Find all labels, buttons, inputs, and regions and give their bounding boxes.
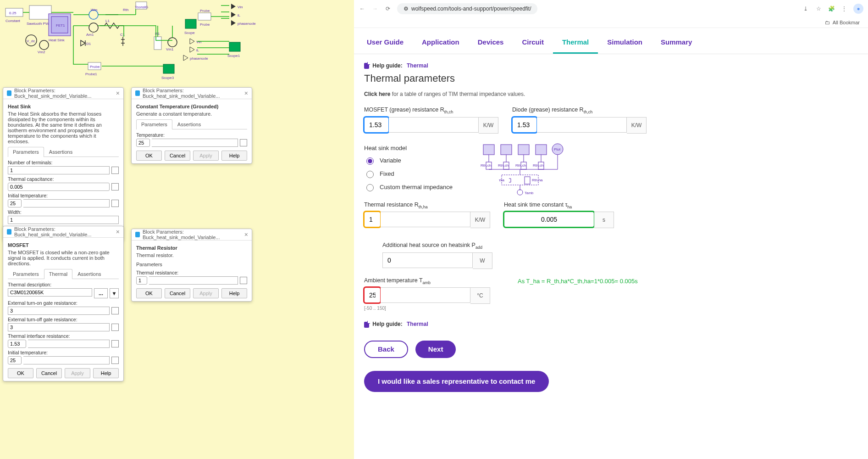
address-bar[interactable]: ⚙ wolfspeed.com/tools-and-support/power/… [397,3,537,14]
chevron-down-icon[interactable]: ▾ [110,288,119,298]
checkbox[interactable] [111,183,119,190]
input-init-temp-rest[interactable] [23,199,110,207]
checkbox[interactable] [111,167,119,174]
site-settings-icon[interactable]: ⚙ [404,6,409,12]
tab-simulation[interactable]: Simulation [598,32,652,54]
checkbox[interactable] [111,340,119,347]
cancel-button[interactable]: Cancel [165,151,190,161]
close-icon[interactable]: × [244,90,248,97]
ok-button[interactable]: OK [136,288,162,298]
tab-user-guide[interactable]: User Guide [358,32,413,54]
input-diode-rthch-rest[interactable] [537,117,627,133]
nav-buttons: Back Next [364,341,713,358]
checkbox[interactable] [111,200,119,207]
menu-icon[interactable]: ⋮ [840,5,848,12]
help-button[interactable]: Help [221,151,247,161]
click-here-link[interactable]: Click here [364,91,390,97]
tab-devices[interactable]: Devices [469,32,513,54]
extensions-icon[interactable]: 🧩 [828,5,835,12]
contact-sales-button[interactable]: I would like a sales representative to c… [364,371,549,392]
input-temperature-rest[interactable] [152,139,238,147]
checkbox[interactable] [111,357,119,364]
tab-parameters[interactable]: Parameters [136,119,172,129]
checkbox[interactable] [240,277,247,284]
help-button[interactable]: Help [221,288,247,298]
tab-summary[interactable]: Summary [652,32,701,54]
browse-button[interactable]: ... [94,288,108,298]
star-icon[interactable]: ☆ [815,5,822,12]
apply-button[interactable]: Apply [193,151,219,161]
label-therm-cap: Thermal capacitance: [8,176,119,182]
ok-button[interactable]: OK [8,368,33,378]
input-init-temp-rest[interactable] [23,356,110,364]
back-icon[interactable]: ← [359,5,366,12]
input-tamb-rest[interactable] [381,287,470,303]
install-icon[interactable]: ⤓ [802,5,809,12]
profile-icon[interactable]: ● [853,4,863,14]
input-num-terminals[interactable] [8,166,110,174]
input-therm-res-rest[interactable] [149,276,238,285]
input-temperature[interactable] [136,139,150,147]
input-tau[interactable] [504,212,594,227]
help-guide-link[interactable]: Thermal [407,321,428,327]
svg-rect-38 [229,42,240,51]
input-width[interactable] [8,216,119,224]
label-tamb: Ambient temperature Tamb [364,277,490,285]
radio-fixed[interactable]: Fixed [364,169,465,178]
input-rthha-rest[interactable] [381,212,470,227]
forward-icon[interactable]: → [371,5,379,12]
block-name: Heat Sink [8,104,119,109]
doc-icon [364,63,369,69]
tab-assertions[interactable]: Assertions [172,119,206,129]
app-icon [135,232,140,237]
close-icon[interactable]: × [116,228,120,235]
cancel-button[interactable]: Cancel [165,288,190,298]
svg-rect-31 [185,19,196,28]
all-bookmarks[interactable]: All Bookmar [833,20,860,25]
help-button[interactable]: Help [93,368,119,378]
tab-thermal[interactable]: Thermal [44,269,72,279]
input-therm-desc[interactable] [8,288,92,297]
input-tamb[interactable] [364,287,381,303]
input-therm-res[interactable] [136,276,147,285]
input-ext-off[interactable] [8,323,110,331]
dialog-therm-res: Block Parameters: Buck_heat_sink_model_V… [131,229,252,302]
input-ext-on[interactable] [8,307,110,315]
svg-text:Rth,ch: Rth,ch [515,163,526,168]
input-init-temp[interactable] [8,199,22,207]
apply-button[interactable]: Apply [193,288,219,298]
input-tir[interactable] [8,340,26,348]
block-name: MOSFET [8,242,119,248]
input-tir-rest[interactable] [28,340,110,348]
input-diode-rthch[interactable] [512,117,537,133]
ok-button[interactable]: OK [136,151,162,161]
next-button[interactable]: Next [415,341,456,358]
checkbox[interactable] [240,139,247,146]
input-mosfet-rthch-rest[interactable] [389,117,479,133]
back-button[interactable]: Back [364,341,408,358]
help-guide-link[interactable]: Thermal [407,62,428,69]
apply-button[interactable]: Apply [65,368,90,378]
input-padd[interactable] [382,252,473,268]
radio-custom[interactable]: Custom thermal impedance [364,183,465,191]
tab-parameters[interactable]: Parameters [8,269,44,279]
close-icon[interactable]: × [116,90,120,97]
field-tau: Heat sink time constant τha s [504,202,614,229]
tab-parameters[interactable]: Parameters [8,147,44,157]
input-init-temp[interactable] [8,356,22,364]
input-rthha[interactable] [364,212,381,227]
checkbox[interactable] [111,307,119,314]
tab-assertions[interactable]: Assertions [44,147,77,157]
input-mosfet-rthch[interactable] [364,117,389,133]
checkbox[interactable] [111,324,119,331]
input-therm-cap[interactable] [8,183,110,191]
radio-variable[interactable]: Variable [364,156,465,165]
cancel-button[interactable]: Cancel [36,368,62,378]
folder-icon[interactable]: 🗀 [825,20,830,25]
tab-circuit[interactable]: Circuit [513,32,553,54]
tab-application[interactable]: Application [413,32,469,54]
close-icon[interactable]: × [244,231,248,238]
tab-assertions[interactable]: Assertions [72,269,106,279]
reload-icon[interactable]: ⟳ [384,5,392,12]
tab-thermal[interactable]: Thermal [553,32,598,54]
